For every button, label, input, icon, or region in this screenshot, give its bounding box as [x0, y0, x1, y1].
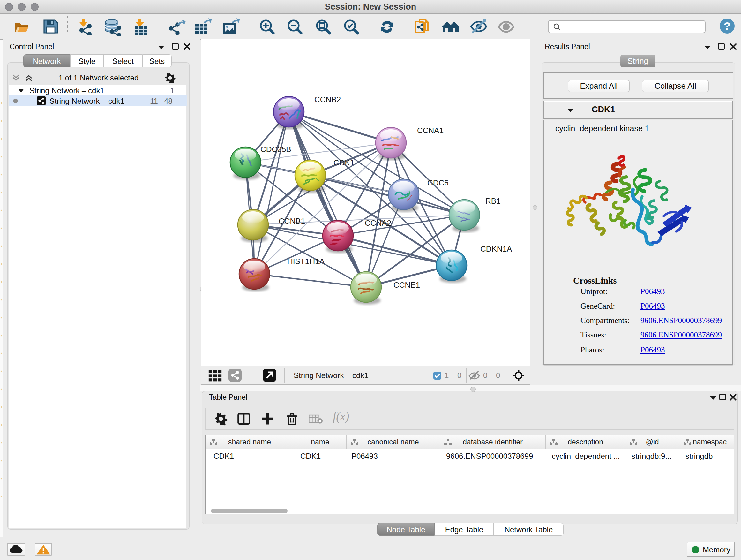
svg-text:CCNE1: CCNE1: [394, 281, 420, 289]
svg-text:CCNA1: CCNA1: [417, 126, 444, 135]
svg-text:CDKN1A: CDKN1A: [480, 245, 512, 253]
svg-text:CCNA2: CCNA2: [365, 219, 391, 227]
svg-text:CCNB2: CCNB2: [314, 95, 341, 104]
svg-text:CCNB1: CCNB1: [279, 217, 305, 226]
svg-text:CDK1: CDK1: [333, 159, 354, 167]
svg-text:CDC6: CDC6: [427, 179, 449, 187]
svg-text:RB1: RB1: [485, 197, 501, 205]
svg-text:HIST1H1A: HIST1H1A: [287, 257, 325, 266]
svg-text:CDC25B: CDC25B: [260, 145, 291, 153]
